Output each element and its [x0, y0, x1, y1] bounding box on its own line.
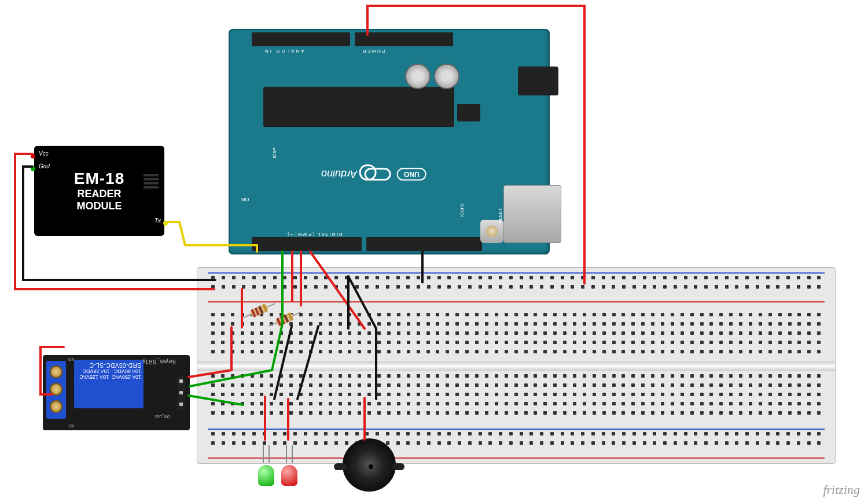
terminal-strip-top: [211, 313, 821, 358]
relay-pin-minus: [179, 379, 183, 383]
em18-subtitle1: READER: [74, 188, 124, 200]
rail-bot-pos: [208, 457, 825, 459]
rail-bot-neg: [208, 429, 825, 430]
decorative-bars: [144, 172, 159, 190]
em18-rfid-reader: EM-18 READER MODULE Vcc Gnd Tx: [34, 146, 164, 236]
analog-in-label: ANALOG IN: [263, 49, 304, 54]
green-led: [258, 445, 274, 486]
digital-header-2: [366, 237, 482, 251]
em18-gnd-label: Gnd: [39, 163, 50, 169]
rail-top-neg: [208, 272, 825, 274]
smd-chip: [457, 104, 480, 121]
em18-tx-label: Tx: [155, 217, 161, 224]
em18-title: EM-18: [74, 169, 124, 188]
power-rail-top: [211, 276, 821, 299]
icsp-label: ICSP: [272, 147, 277, 158]
capacitor-icon: [405, 64, 431, 89]
relay-rating-4: 10A 28VDC: [82, 368, 109, 374]
uno-badge: UNO: [397, 168, 426, 180]
relay-component: 10A 250VAC 10A 125VAC 10A 30VDC 10A 28VD…: [74, 360, 144, 408]
screw-terminal-nc: [50, 400, 62, 413]
arduino-infinity-icon: [365, 168, 391, 180]
breadboard: [197, 267, 836, 464]
relay-module: 10A 250VAC 10A 125VAC 10A 30VDC 10A 28VD…: [43, 355, 190, 430]
usb-port: [503, 185, 561, 243]
relay-pin-s: [179, 403, 183, 406]
relay-screw-terminals: [46, 361, 66, 419]
screw-terminal-no: [50, 366, 62, 378]
relay-rating-1: 10A 250VAC: [112, 374, 141, 380]
relay-no-label: NO: [68, 357, 75, 361]
power-rail-bottom: [211, 432, 821, 455]
terminal-strip-bottom: [211, 374, 821, 419]
relay-input-header: [177, 375, 185, 410]
power-jack: [518, 67, 558, 95]
arduino-brand: Arduino: [321, 169, 357, 180]
icsp2-label: ICSP2: [459, 204, 465, 217]
screw-terminal-com: [50, 383, 62, 396]
power-label: POWER: [362, 49, 385, 54]
piezo-buzzer: [343, 438, 396, 492]
relay-rating-3: 10A 30VDC: [114, 368, 141, 374]
on-led-label: ON: [241, 197, 249, 202]
breadboard-groove: [197, 361, 835, 371]
ioref-header: [355, 32, 453, 46]
relay-on-led-label: ON_Led: [155, 415, 170, 419]
relay-nc-label: NC: [68, 424, 74, 428]
em18-gnd-pin: [31, 167, 35, 171]
red-led: [281, 445, 297, 486]
analog-power-header: [252, 32, 350, 46]
arduino-uno-board: UNO Arduino ON RESET ICSP2 ICSP ANALOG I…: [229, 29, 550, 254]
rail-top-pos: [208, 301, 825, 302]
capacitor-icon: [434, 64, 459, 89]
reset-label: RESET: [498, 208, 503, 224]
fritzing-watermark: fritzing: [823, 482, 860, 497]
digital-header-1: [252, 237, 362, 251]
relay-rating-2: 10A 125VAC: [79, 374, 109, 380]
em18-vcc-label: Vcc: [39, 150, 49, 157]
em18-vcc-pin: [31, 154, 35, 158]
em18-tx-pin: [163, 221, 168, 226]
circuit-diagram: UNO Arduino ON RESET ICSP2 ICSP ANALOG I…: [0, 0, 868, 502]
relay-pin-plus: [179, 391, 183, 394]
atmega-chip: [263, 87, 454, 127]
digital-label: DIGITAL (PWM=~): [286, 232, 343, 237]
arduino-logo: UNO Arduino: [321, 168, 426, 180]
relay-model: SRD-05VDC-SL-C: [89, 362, 141, 368]
relay-brand: Keyes_SR1y: [142, 359, 176, 365]
em18-subtitle2: MODULE: [74, 200, 124, 212]
